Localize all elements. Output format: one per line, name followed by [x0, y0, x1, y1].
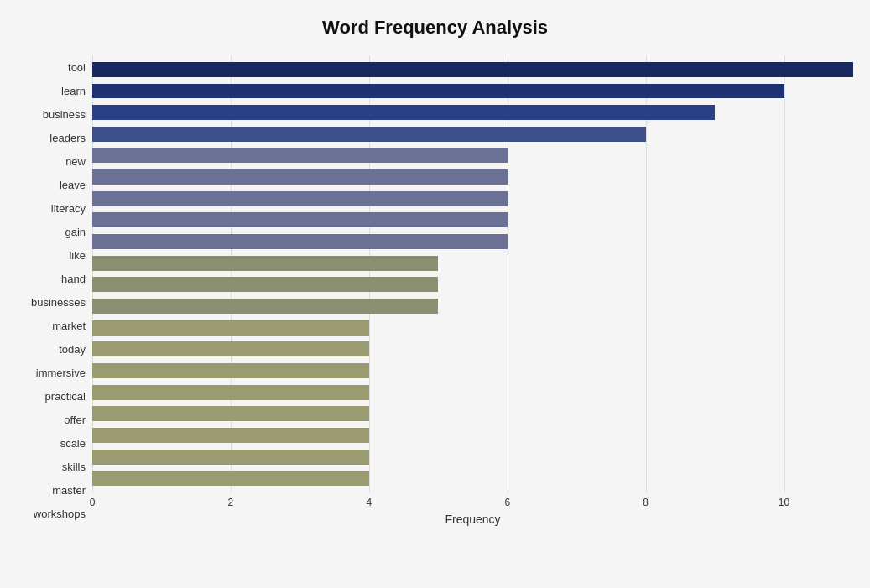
bar-row	[92, 339, 853, 361]
y-label: immersive	[36, 367, 86, 378]
bar	[92, 471, 369, 486]
bar-row	[92, 188, 853, 210]
x-tick: 6	[504, 497, 510, 508]
bars-area	[92, 55, 853, 492]
bar-row	[92, 210, 853, 232]
x-axis: 0246810	[92, 492, 853, 509]
bar	[92, 62, 853, 77]
bar	[92, 299, 438, 314]
bar-row	[92, 295, 853, 317]
bar	[92, 191, 508, 206]
bar	[92, 341, 369, 356]
y-label: gain	[65, 226, 86, 237]
bar-row	[92, 274, 853, 296]
chart-area: toollearnbusinessleadersnewleaveliteracy…	[17, 55, 853, 526]
y-label: leaders	[49, 133, 86, 143]
x-tick: 0	[90, 497, 96, 508]
x-tick: 8	[643, 497, 649, 508]
y-label: market	[52, 320, 86, 331]
bar	[92, 127, 646, 142]
bar	[92, 406, 369, 421]
y-label: practical	[45, 391, 86, 402]
bar-row	[92, 166, 853, 188]
bar-row	[92, 403, 853, 425]
bar	[92, 234, 508, 249]
x-axis-label: Frequency	[92, 513, 853, 526]
y-label: today	[59, 344, 86, 355]
y-label: master	[52, 485, 86, 496]
y-label: leave	[60, 180, 86, 190]
x-tick: 2	[228, 497, 234, 508]
y-label: learn	[61, 86, 86, 96]
bar	[92, 277, 438, 292]
bar	[92, 256, 438, 271]
y-axis: toollearnbusinessleadersnewleaveliteracy…	[17, 55, 92, 526]
bar-row	[92, 81, 853, 102]
y-label: workshops	[34, 508, 86, 519]
y-label: literacy	[51, 203, 86, 214]
y-label: tool	[68, 62, 86, 73]
bar-row	[92, 101, 853, 123]
bar-row	[92, 382, 853, 403]
bar	[92, 105, 715, 120]
bar-row	[92, 252, 853, 274]
y-label: business	[43, 109, 86, 120]
bar-row	[92, 59, 853, 81]
y-label: hand	[61, 273, 86, 284]
y-label: new	[65, 156, 86, 167]
bar	[92, 169, 508, 185]
bar-row	[92, 145, 853, 167]
bar	[92, 385, 369, 400]
bar-row	[92, 317, 853, 339]
y-label: offer	[64, 414, 86, 425]
bar	[92, 320, 369, 336]
bar-row	[92, 446, 853, 468]
bar	[92, 84, 784, 99]
chart-container: Word Frequency Analysis toollearnbusines…	[0, 0, 870, 588]
chart-title: Word Frequency Analysis	[17, 17, 853, 39]
x-tick: 4	[366, 497, 372, 508]
y-label: businesses	[31, 297, 86, 308]
y-label: skills	[62, 461, 86, 472]
bar	[92, 363, 369, 378]
x-tick: 10	[779, 497, 789, 508]
bar	[92, 450, 369, 465]
bar-row	[92, 424, 853, 446]
bar-row	[92, 360, 853, 382]
bar	[92, 212, 508, 227]
bar-row	[92, 231, 853, 252]
bars-and-xaxis: 0246810 Frequency	[92, 55, 853, 526]
bar	[92, 148, 508, 163]
bar-row	[92, 467, 853, 489]
y-label: like	[69, 250, 86, 261]
bars-wrapper	[92, 55, 853, 492]
y-label: scale	[60, 438, 86, 449]
bar-row	[92, 123, 853, 145]
bar	[92, 428, 369, 443]
